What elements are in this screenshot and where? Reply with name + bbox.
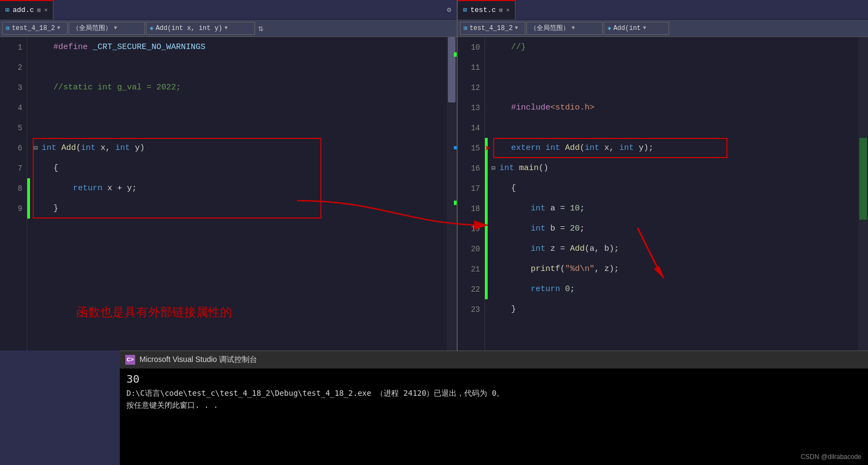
right-project-arrow: ▼ [515,25,518,31]
left-project-label: test_4_18_2 [12,25,55,32]
include-kw: #include [491,103,550,112]
left-scope-label: （全局范围） [72,23,112,33]
rcode-line-23: } [491,299,858,319]
include-file: <stdio.h> [550,103,594,112]
right-tab-pin[interactable]: ⊞ [499,7,503,14]
ln-5: 5 [0,118,22,138]
right-tab-bar: ⊞ test.c ⊞ × [458,0,868,20]
left-function-dropdown[interactable]: ◈ Add(int x, int y) ▼ [146,22,255,35]
space-main [514,164,519,173]
num-10: 10 [570,204,580,213]
scroll-thumb-left [448,37,456,102]
brace-17: { [491,184,516,193]
left-project-dropdown[interactable]: ⊞ test_4_18_2 ▼ [2,22,68,35]
console-content: 30 D:\C语言\code\test_c\test_4_18_2\Debug\… [120,369,868,415]
right-code-lines[interactable]: //} #include <stdio.h> extern [485,37,858,351]
code-line-1: #define _CRT_SECURE_NO_WARNINGS [34,37,447,57]
spaces-19 [491,224,531,233]
left-tab-controls: ⚙ [447,5,457,14]
rcode-line-21: printf ( "%d\n" , z); [491,259,858,279]
spaces-22 [491,285,531,294]
project-dropdown-arrow: ▼ [57,25,60,31]
space-extern [541,143,545,153]
left-scope-dropdown[interactable]: （全局范围） ▼ [69,22,145,35]
rln-13: 13 [458,98,480,118]
spaces-21 [491,264,531,274]
extern-kw: extern [491,143,541,153]
space-15 [560,143,565,153]
fn-printf: printf [531,264,560,274]
right-tab-testc[interactable]: ⊞ test.c ⊞ × [458,0,515,20]
left-tab-addc[interactable]: ⊞ add.c ⊞ × [0,0,53,20]
semi-22: ; [570,285,575,294]
console-title-bar: C> Microsoft Visual Studio 调试控制台 [120,351,868,369]
right-scope-label: （全局范围） [530,23,569,33]
rln-19: 19 [458,219,480,239]
cmt-10: //} [491,43,526,52]
spaces-18 [491,204,531,213]
rcode-line-20: int z = Add (a, b); [491,239,858,259]
space-x: x, [96,143,116,153]
right-scope-arrow: ▼ [572,25,575,31]
code-line-8: return x + y; [34,178,447,198]
num-20: 20 [570,224,580,233]
rln-12: 12 [458,77,480,98]
fn-main: main [519,164,538,173]
code-line-4 [34,98,447,118]
collapse-6[interactable]: ⊟ [34,144,41,152]
left-code-lines[interactable]: #define _CRT_SECURE_NO_WARNINGS //static… [27,37,447,351]
sync-icon[interactable]: ⇅ [258,23,264,34]
int-kw-6: int [41,143,56,153]
right-project-label: test_4_18_2 [470,25,513,32]
scope-dropdown-arrow: ▼ [114,25,117,31]
ln-7: 7 [0,158,22,178]
left-minimap[interactable] [447,37,457,351]
fn-add: Add [61,143,76,153]
left-line-numbers: 1 2 3 4 5 6 7 8 9 [0,37,27,351]
console-output-number: 30 [126,373,861,385]
code-line-2 [34,57,447,77]
right-scope-dropdown[interactable]: （全局范围） ▼ [526,22,603,35]
right-function-label: Add(int [614,25,641,32]
y-15: y); [634,143,653,153]
right-function-dropdown[interactable]: ◈ Add(int ▼ [604,22,669,35]
left-tab-close[interactable]: × [44,7,48,14]
right-line-numbers: 10 11 12 13 14 15 16 17 18 19 20 21 22 2… [458,37,485,351]
console-panel: C> Microsoft Visual Studio 调试控制台 30 D:\C… [120,351,868,465]
file-icon: ⊞ [5,6,9,14]
green-bar-right [485,138,488,299]
left-tab-bar: ⊞ add.c ⊞ × ⚙ [0,0,457,20]
right-file-icon: ⊞ [463,6,467,14]
right-tab-filename: test.c [470,6,496,14]
left-tab-pin[interactable]: ⊞ [37,7,41,14]
right-project-dropdown[interactable]: ⊞ test_4_18_2 ▼ [460,22,525,35]
rcode-line-22: return 0 ; [491,279,858,299]
collapse-16[interactable]: ⊟ [491,164,499,172]
a-decl: a = [545,204,570,213]
ln-1: 1 [0,37,22,57]
int-a-kw: int [531,204,545,213]
return-0 [560,285,565,294]
ln-9: 9 [0,198,22,219]
paren-open: ( [76,143,81,153]
rcode-line-17: { [491,178,858,198]
ln-6: 6 [0,138,22,158]
space-6 [56,143,61,153]
right-minimap[interactable] [858,37,868,351]
brace-23: } [491,305,516,314]
brace-close-9: } [34,204,58,213]
console-output-prompt: 按任意键关闭此窗口. . . [126,399,861,411]
console-title-text: Microsoft Visual Studio 调试控制台 [139,355,257,365]
z-decl: z = [545,244,570,253]
printf-args: , z); [594,264,619,274]
annotation-text: 函数也是具有外部链接属性的 [76,304,232,321]
arrow-pointer: ➤ [485,142,491,154]
mini-green-1 [454,52,457,57]
printf-paren: ( [560,264,565,274]
int-kw-15: int [545,143,560,153]
right-tab-close[interactable]: × [506,7,510,14]
right-function-arrow: ▼ [643,25,646,31]
rln-21: 21 [458,259,480,279]
semi-18: ; [580,204,585,213]
settings-icon[interactable]: ⚙ [447,5,451,14]
